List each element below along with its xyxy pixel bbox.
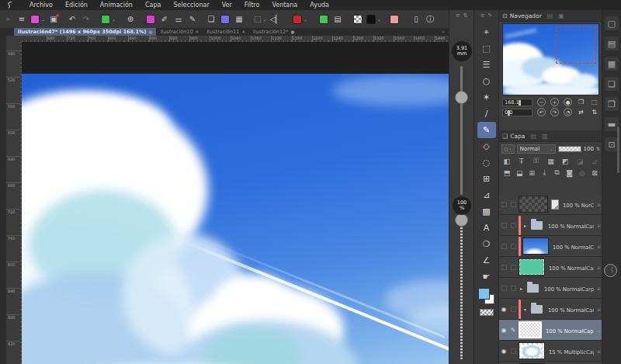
menu-edición[interactable]: Edición (59, 0, 94, 10)
delete-layer-icon[interactable]: ⊠ (589, 169, 600, 177)
layer-opacity-value[interactable]: 100 (584, 146, 594, 152)
clip-to-layer-below-icon[interactable]: ◧ (501, 158, 512, 165)
folder-collapsed-icon[interactable]: ▸ (519, 286, 524, 291)
zoom-value-field[interactable]: 168.1 (502, 99, 533, 106)
layer-row[interactable]: ▸100 % NormalCarpeta 3 - copia≡ (499, 215, 602, 236)
reference-layer-icon[interactable] (220, 13, 231, 26)
blend-mode-dropdown[interactable]: Normal⌄ (517, 144, 556, 154)
brush-size-slider[interactable] (460, 66, 463, 195)
navigator-view-frame[interactable] (556, 26, 596, 64)
panel-menu-icon[interactable]: ≡ (480, 12, 485, 19)
transfer-down-icon[interactable]: ⤓ (539, 168, 550, 177)
apply-mask-icon[interactable]: ◍ (577, 169, 588, 177)
layer-property-tab-icon[interactable]: ▤ (530, 133, 536, 140)
subview-panel-icon[interactable]: ▤ (605, 36, 619, 50)
set-as-reference-icon[interactable]: ◪ (574, 158, 585, 165)
layer-search-panel-icon[interactable]: ❐ (605, 97, 619, 111)
layer-thumbnail[interactable] (519, 321, 542, 338)
document-tab-2[interactable]: Ilustración11✕ (203, 28, 249, 36)
foreground-green-icon[interactable]: ⌄ (101, 13, 116, 26)
transparent-color-icon[interactable] (352, 13, 363, 26)
texture-green-icon[interactable] (318, 13, 329, 26)
layer-check-slot[interactable] (509, 223, 517, 228)
layer-thumbnail[interactable] (519, 342, 545, 359)
layer-thumbnail[interactable] (519, 258, 545, 276)
pen-ruler-icon[interactable]: ✐ (159, 13, 170, 26)
panel-menu-icon[interactable]: ≡ (456, 12, 460, 19)
layer-visibility-toggle[interactable] (500, 244, 508, 249)
fit-to-screen-button[interactable]: ❐ (577, 98, 585, 106)
opacity-slider-handle[interactable] (455, 213, 468, 227)
lock-transparent-pixels-icon[interactable]: ▦ (545, 158, 556, 165)
layer-row[interactable]: 100 % NormalCapa 13≡ (499, 257, 602, 278)
hamburger-menu-icon[interactable]: ≡ (16, 13, 27, 26)
gradient-tool[interactable]: ▩ (477, 203, 496, 220)
foreground-color-swatch[interactable] (478, 288, 490, 300)
navigator-panel-icon[interactable]: ▢ (605, 16, 619, 30)
layer-visibility-toggle[interactable] (500, 223, 508, 228)
brush-size-slider-handle[interactable] (455, 91, 468, 104)
figure-tool[interactable]: ☰ (477, 57, 496, 73)
draft-layer-icon[interactable]: Ŧ (516, 158, 527, 165)
ruler-range-icon[interactable]: ⊿ (589, 158, 600, 165)
black-color-icon[interactable]: ⌄ (366, 13, 381, 26)
navigator-panel-header[interactable]: ⊡ Navegador ▤ ▣ (499, 10, 602, 22)
actual-size-button[interactable]: ⬚ (590, 98, 598, 106)
layer-visibility-toggle[interactable] (500, 286, 508, 291)
zoom-out-button[interactable]: − (537, 98, 546, 106)
document-tab-1[interactable]: Ilustración10✕ (156, 28, 203, 36)
magenta-marker-icon[interactable] (145, 13, 156, 26)
rotate-value-field[interactable]: 0.0 (502, 109, 533, 116)
undo-icon[interactable]: ↶ (67, 13, 78, 26)
zoom-reset-button[interactable]: ● (564, 98, 572, 106)
layer-check-slot[interactable] (509, 348, 517, 354)
palette-color-combo[interactable]: ▢⌄ (501, 144, 515, 154)
pen-tool[interactable]: ✎ (477, 122, 496, 138)
folder-expanded-icon[interactable]: ▾ (522, 307, 528, 312)
new-folder-icon[interactable]: ⊞ (526, 169, 537, 177)
toolbar-overflow-icon[interactable]: » (2, 13, 13, 26)
reset-rotation-button[interactable]: ◔ (564, 108, 572, 116)
item-bank-tab-icon[interactable]: ▣ (558, 12, 564, 19)
menu-animación[interactable]: Animación (94, 0, 139, 10)
new-vector-layer-icon[interactable]: ⬓ (514, 169, 525, 177)
menu-ver[interactable]: Ver (216, 0, 238, 10)
blend-tool[interactable]: ◌ (477, 154, 496, 171)
manual-icon[interactable]: ▯ (411, 13, 422, 26)
layer-row[interactable]: ▸100 % NormalCarpeta 2≡ (499, 278, 602, 299)
layer-opacity-slider[interactable] (558, 146, 581, 152)
menu-filtro[interactable]: Filtro (238, 0, 266, 10)
app-logo-icon[interactable] (3, 1, 17, 9)
layer-row[interactable]: ◉▾100 % NormalCarpeta 1≡ (499, 299, 602, 320)
layer-visibility-toggle[interactable]: ◉ (500, 327, 508, 334)
eraser-tool[interactable]: ◇ (477, 138, 496, 154)
combine-down-icon[interactable]: ⧉ (552, 168, 563, 177)
info-icon[interactable]: ⓘ (425, 13, 435, 26)
layer-visibility-toggle[interactable]: ◉ (500, 348, 508, 355)
subview-tab-icon[interactable]: ▤ (547, 12, 553, 19)
menu-seleccionar[interactable]: Seleccionar (167, 0, 215, 10)
layer-check-slot[interactable] (509, 307, 517, 312)
text-tool[interactable]: A (477, 220, 496, 236)
layer-row[interactable]: ◉15 % MultiplicCapa 2 - copia 2≡ (499, 341, 602, 362)
selection-area-icon[interactable]: ⬚⌄ (254, 13, 266, 26)
canvas-artwork[interactable] (22, 74, 449, 364)
operation-tool[interactable]: ⌖ (477, 24, 496, 40)
enable-mask-icon[interactable]: ◩ (560, 158, 571, 165)
dock-scrollbar[interactable] (617, 127, 619, 173)
layer-panel-header[interactable]: ❏ Capa ▤ ▥ (499, 130, 602, 142)
pink-color-icon[interactable] (389, 13, 400, 26)
collapse-panels-button[interactable]: 〈 (604, 264, 617, 277)
layer-check-slot[interactable] (509, 286, 517, 291)
lasso-tool[interactable]: ○ (477, 73, 496, 89)
menu-capa[interactable]: Capa (139, 0, 167, 10)
layer-thumbnail[interactable] (522, 237, 549, 255)
menu-ventana[interactable]: Ventana (265, 0, 304, 10)
menu-archivo[interactable]: Archivo (23, 0, 59, 10)
layer-visibility-toggle[interactable]: ◉ (500, 306, 508, 313)
hand-tool[interactable]: ☛ (477, 269, 496, 285)
slider-settings-icon[interactable]: ⇅ (463, 12, 468, 19)
zoom-in-button[interactable]: + (550, 98, 559, 106)
marquee-tool[interactable]: ⬚ (477, 40, 496, 57)
create-mask-icon[interactable]: ◙ (564, 169, 575, 177)
